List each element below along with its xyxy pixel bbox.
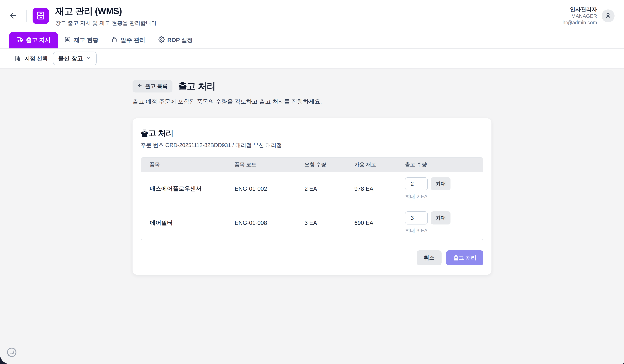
max-button[interactable]: 최대 bbox=[431, 211, 450, 225]
avatar[interactable] bbox=[601, 9, 615, 22]
shipping-process-card: 출고 처리 주문 번호 ORD-20251112-82BDD931 / 대리점 … bbox=[132, 118, 492, 275]
col-available-stock: 가용 재고 bbox=[346, 161, 396, 168]
max-button[interactable]: 최대 bbox=[431, 177, 450, 190]
item-code: ENG-01-008 bbox=[226, 220, 296, 226]
bar-chart-icon bbox=[64, 36, 71, 44]
tab-shipping-orders[interactable]: 출고 지시 bbox=[9, 32, 58, 48]
shopping-bag-icon bbox=[111, 36, 118, 44]
app-header: 재고 관리 (WMS) 창고 출고 지시 및 재고 현황을 관리합니다 인사관리… bbox=[0, 0, 624, 32]
arrow-left-icon bbox=[137, 83, 142, 89]
col-item-code: 품목 코드 bbox=[226, 161, 296, 168]
app-subtitle: 창고 출고 지시 및 재고 현황을 관리합니다 bbox=[55, 19, 157, 27]
arrow-left-icon bbox=[9, 11, 18, 21]
desktop-frame: 재고 관리 (WMS) 창고 출고 지시 및 재고 현황을 관리합니다 인사관리… bbox=[0, 0, 624, 364]
table-row: 에어필터 ENG-01-008 3 EA 690 EA 최대 최대 3 EA bbox=[141, 206, 483, 240]
item-code: ENG-01-002 bbox=[226, 185, 296, 192]
user-role: MANAGER bbox=[563, 13, 597, 19]
col-ship-qty: 출고 수량 bbox=[396, 161, 483, 168]
max-qty-hint: 최대 2 EA bbox=[405, 193, 428, 200]
tab-rop-settings[interactable]: ROP 설정 bbox=[152, 32, 199, 48]
tab-inventory-status[interactable]: 재고 현황 bbox=[58, 32, 105, 48]
table-row: 매스에어플로우센서 ENG-01-002 2 EA 978 EA 최대 최대 2… bbox=[141, 172, 483, 206]
dark-mode-toggle[interactable] bbox=[7, 347, 17, 357]
ship-qty-input[interactable] bbox=[405, 177, 428, 190]
item-name: 에어필터 bbox=[141, 219, 226, 227]
back-to-list-button[interactable]: 출고 목록 bbox=[132, 80, 172, 92]
branch-select-dropdown[interactable]: 울산 창고 bbox=[53, 52, 97, 65]
submit-shipping-button[interactable]: 출고 처리 bbox=[446, 250, 483, 265]
user-name: 인사관리자 bbox=[563, 6, 597, 13]
ship-qty-input[interactable] bbox=[405, 211, 428, 225]
col-item: 품목 bbox=[141, 161, 226, 168]
cancel-button[interactable]: 취소 bbox=[417, 250, 442, 265]
gear-icon bbox=[158, 36, 165, 44]
archive-drawers-icon bbox=[36, 11, 46, 21]
tab-label: 발주 관리 bbox=[120, 36, 145, 44]
tab-purchase-orders[interactable]: 발주 관리 bbox=[105, 32, 152, 48]
items-table: 품목 품목 코드 요청 수량 가용 재고 출고 수량 매스에어플로우센서 ENG… bbox=[141, 157, 483, 240]
tab-label: 출고 지시 bbox=[26, 36, 51, 44]
user-email: hr@admin.com bbox=[563, 19, 597, 26]
main-content: 출고 목록 출고 처리 출고 예정 주문에 포함된 품목의 수량을 검토하고 출… bbox=[0, 68, 624, 364]
page-description: 출고 예정 주문에 포함된 품목의 수량을 검토하고 출고 처리를 진행하세요. bbox=[132, 98, 492, 106]
item-name: 매스에어플로우센서 bbox=[141, 185, 226, 193]
app-logo bbox=[33, 8, 49, 24]
tab-label: ROP 설정 bbox=[167, 36, 193, 44]
table-header-row: 품목 품목 코드 요청 수량 가용 재고 출고 수량 bbox=[141, 158, 483, 172]
page-title: 출고 처리 bbox=[178, 80, 215, 92]
user-info: 인사관리자 MANAGER hr@admin.com bbox=[563, 6, 597, 26]
chevron-down-icon bbox=[86, 55, 91, 62]
tab-label: 재고 현황 bbox=[74, 36, 98, 44]
truck-icon bbox=[16, 36, 23, 44]
selected-branch: 울산 창고 bbox=[58, 55, 83, 62]
back-button[interactable] bbox=[0, 11, 26, 21]
branch-filter-bar: 지점 선택 울산 창고 bbox=[0, 49, 624, 68]
back-to-list-label: 출고 목록 bbox=[145, 83, 168, 90]
col-requested-qty: 요청 수량 bbox=[296, 161, 346, 168]
available-stock: 690 EA bbox=[346, 220, 396, 226]
wms-app-window: 재고 관리 (WMS) 창고 출고 지시 및 재고 현황을 관리합니다 인사관리… bbox=[0, 0, 624, 364]
card-title: 출고 처리 bbox=[141, 128, 483, 138]
requested-qty: 3 EA bbox=[296, 220, 346, 226]
main-tabbar: 출고 지시 재고 현황 발주 관리 ROP 설정 bbox=[0, 32, 624, 49]
moon-icon bbox=[7, 355, 17, 358]
requested-qty: 2 EA bbox=[296, 185, 346, 192]
user-icon bbox=[604, 12, 612, 20]
building-icon bbox=[14, 55, 21, 62]
app-title: 재고 관리 (WMS) bbox=[55, 5, 157, 17]
branch-select-label: 지점 선택 bbox=[25, 55, 48, 62]
header-divider bbox=[26, 10, 26, 22]
max-qty-hint: 최대 3 EA bbox=[405, 227, 428, 234]
order-info: 주문 번호 ORD-20251112-82BDD931 / 대리점 부산 대리점 bbox=[141, 142, 483, 149]
available-stock: 978 EA bbox=[346, 185, 396, 192]
